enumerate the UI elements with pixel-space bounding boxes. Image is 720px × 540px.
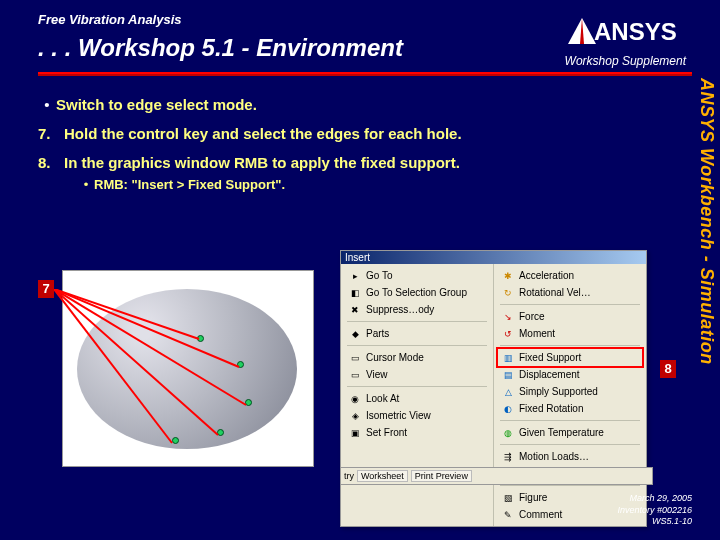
comment-icon: ✎ <box>501 508 515 522</box>
sub-bullet-text: RMB: "Insert > Fixed Support". <box>94 177 285 192</box>
slide: Free Vibration Analysis . . . Workshop 5… <box>0 0 720 540</box>
separator <box>500 304 640 305</box>
step8-text: In the graphics window RMB to apply the … <box>64 154 460 171</box>
menu-item-goto[interactable]: ▸Go To <box>345 267 489 284</box>
menu-item-given-temperature[interactable]: ◍Given Temperature <box>498 424 642 441</box>
menu-item-motion-loads[interactable]: ⇶Motion Loads… <box>498 448 642 465</box>
step7-num: 7. <box>38 125 64 142</box>
accel-icon: ✱ <box>501 269 515 283</box>
edge-pick <box>217 429 224 436</box>
iso-icon: ◈ <box>348 409 362 423</box>
footer-date: March 29, 2005 <box>617 493 692 505</box>
fixrot-icon: ◐ <box>501 402 515 416</box>
edge-pick <box>237 361 244 368</box>
separator <box>500 444 640 445</box>
supplement-label: Workshop Supplement <box>565 54 686 68</box>
footer-page: WS5.1-10 <box>617 516 692 528</box>
suppress-icon: ✖ <box>348 303 362 317</box>
edge-pick <box>245 399 252 406</box>
front-icon: ▣ <box>348 426 362 440</box>
menu-item-selection-group[interactable]: ◧Go To Selection Group <box>345 284 489 301</box>
menu-item-force[interactable]: ↘Force <box>498 308 642 325</box>
figure-icon: ▧ <box>501 491 515 505</box>
callout-7: 7 <box>38 280 54 298</box>
menu-item-suppress[interactable]: ✖Suppress…ody <box>345 301 489 318</box>
disk-geometry <box>77 289 297 449</box>
motion-icon: ⇶ <box>501 450 515 464</box>
tabstrip: try Worksheet Print Preview <box>340 467 653 485</box>
parts-icon: ◆ <box>348 327 362 341</box>
sub-bullet-dot: • <box>78 177 94 192</box>
disp-icon: ▤ <box>501 368 515 382</box>
menu-right-column: ✱Acceleration ↻Rotational Vel… ↘Force ↺M… <box>494 264 646 526</box>
rotvel-icon: ↻ <box>501 286 515 300</box>
menu-item-fixed-rotation[interactable]: ◐Fixed Rotation <box>498 400 642 417</box>
moment-icon: ↺ <box>501 327 515 341</box>
edge-pick <box>172 437 179 444</box>
view-icon: ▭ <box>348 368 362 382</box>
menu-item-fixed-support[interactable]: ▥Fixed Support <box>498 349 642 366</box>
edge-pick <box>197 335 204 342</box>
separator <box>500 485 640 486</box>
menu-item-look-at[interactable]: ◉Look At <box>345 390 489 407</box>
separator <box>347 386 487 387</box>
separator <box>500 345 640 346</box>
simply-icon: △ <box>501 385 515 399</box>
separator <box>347 321 487 322</box>
arrow-icon: ▸ <box>348 269 362 283</box>
menu-item-rotational-velocity[interactable]: ↻Rotational Vel… <box>498 284 642 301</box>
fixed-icon: ▥ <box>501 351 515 365</box>
slide-title: . . . Workshop 5.1 - Environment <box>38 34 403 62</box>
header-subtitle: Free Vibration Analysis <box>38 12 182 27</box>
group-icon: ◧ <box>348 286 362 300</box>
logo-text: ANSYS <box>594 18 677 45</box>
sidebar: ANSYS Workbench - Simulation <box>690 78 720 478</box>
menu-item-simply-supported[interactable]: △Simply Supported <box>498 383 642 400</box>
separator <box>500 420 640 421</box>
callout-8: 8 <box>660 360 676 378</box>
lookat-icon: ◉ <box>348 392 362 406</box>
menu-item-displacement[interactable]: ▤Displacement <box>498 366 642 383</box>
footer-inventory: Inventory #002216 <box>617 505 692 517</box>
menu-insert-title: Insert <box>341 251 646 264</box>
tab-worksheet[interactable]: Worksheet <box>357 470 408 482</box>
ansys-logo: ANSYS <box>566 14 686 48</box>
menu-item-set-front[interactable]: ▣Set Front <box>345 424 489 441</box>
separator <box>347 345 487 346</box>
menu-item-acceleration[interactable]: ✱Acceleration <box>498 267 642 284</box>
graphics-window[interactable] <box>62 270 314 467</box>
divider <box>38 72 692 76</box>
temp-icon: ◍ <box>501 426 515 440</box>
body-content: • Switch to edge select mode. 7. Hold th… <box>38 90 654 192</box>
menu-left-column: ▸Go To ◧Go To Selection Group ✖Suppress…… <box>341 264 494 526</box>
step7-text: Hold the control key and select the edge… <box>64 125 462 142</box>
bullet-dot: • <box>38 96 56 113</box>
context-menu[interactable]: Insert ▸Go To ◧Go To Selection Group ✖Su… <box>340 250 647 527</box>
menu-item-iso-view[interactable]: ◈Isometric View <box>345 407 489 424</box>
menu-item-parts[interactable]: ◆Parts <box>345 325 489 342</box>
force-icon: ↘ <box>501 310 515 324</box>
footer: March 29, 2005 Inventory #002216 WS5.1-1… <box>617 493 692 528</box>
menu-item-cursor-mode[interactable]: ▭Cursor Mode <box>345 349 489 366</box>
tab-print-preview[interactable]: Print Preview <box>411 470 472 482</box>
bullet1-text: Switch to edge select mode. <box>56 96 257 113</box>
tab-try[interactable]: try <box>344 471 354 481</box>
cursor-icon: ▭ <box>348 351 362 365</box>
sidebar-text: ANSYS Workbench - Simulation <box>693 78 717 478</box>
step8-num: 8. <box>38 154 64 171</box>
menu-item-moment[interactable]: ↺Moment <box>498 325 642 342</box>
menu-item-view[interactable]: ▭View <box>345 366 489 383</box>
